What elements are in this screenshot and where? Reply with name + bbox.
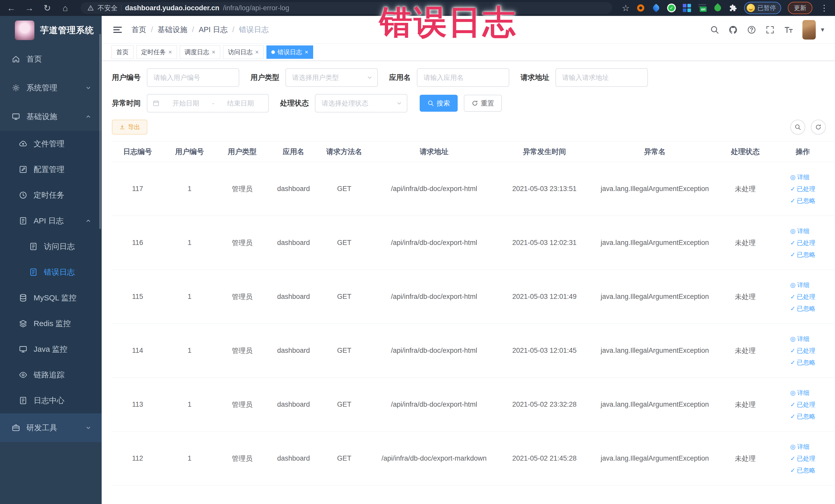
tab-access-log[interactable]: 访问日志 × xyxy=(223,45,264,59)
tab-schedule-log[interactable]: 调度日志 × xyxy=(180,45,220,59)
layers-icon xyxy=(19,319,27,328)
tab-error-log[interactable]: 错误日志 × xyxy=(266,45,313,59)
sidebar-item-dev-tools[interactable]: 研发工具 xyxy=(0,414,102,442)
browser-back-button[interactable]: ← xyxy=(6,3,17,13)
bookmark-star-icon[interactable]: ☆ xyxy=(622,3,630,13)
sidebar-item-system-management[interactable]: 系统管理 xyxy=(0,74,102,102)
user-type-label: 用户类型 xyxy=(250,73,279,82)
table-toolbar: 导出 xyxy=(112,120,830,135)
browser-reload-button[interactable]: ↻ xyxy=(42,3,53,13)
sidebar-item-error-log[interactable]: 错误日志 xyxy=(0,259,102,285)
address-bar[interactable]: 不安全 dashboard.yudao.iocoder.cn/infra/log… xyxy=(81,2,612,14)
table-row: 113 1 管理员 dashboard GET /api/infra/db-do… xyxy=(112,378,834,431)
app-logo-row[interactable]: 芋道管理系统 xyxy=(0,16,102,45)
search-icon xyxy=(427,100,434,106)
process-status-select[interactable] xyxy=(315,94,407,113)
close-icon[interactable]: × xyxy=(168,49,172,55)
error-log-table: 日志编号 用户编号 用户类型 应用名 请求方法名 请求地址 异常发生时间 异常名… xyxy=(112,141,834,485)
breadcrumb-item[interactable]: 首页 xyxy=(131,25,146,35)
user-avatar[interactable] xyxy=(802,20,816,40)
mark-processed-link[interactable]: ✓已处理 xyxy=(790,185,815,193)
extension-icon-green-check[interactable]: ✓ xyxy=(667,4,676,12)
sidebar-item-mysql-monitor[interactable]: MySQL 监控 xyxy=(0,285,102,311)
breadcrumb-item[interactable]: API 日志 xyxy=(199,25,228,35)
refresh-table-button[interactable] xyxy=(811,120,826,135)
toggle-search-button[interactable] xyxy=(790,120,805,135)
search-icon[interactable] xyxy=(710,25,719,35)
sidebar-item-api-log[interactable]: API 日志 xyxy=(0,208,102,234)
sidebar-item-config-management[interactable]: 配置管理 xyxy=(0,157,102,182)
sidebar-scrollbar[interactable] xyxy=(99,34,101,229)
table-row: 115 1 管理员 dashboard GET /api/infra/db-do… xyxy=(112,270,834,324)
breadcrumb-item[interactable]: 基础设施 xyxy=(158,25,187,35)
extension-icon-on-badge[interactable]: on xyxy=(698,4,707,12)
close-icon[interactable]: × xyxy=(212,49,216,55)
detail-link[interactable]: ◎详细 xyxy=(790,389,809,397)
font-size-icon[interactable] xyxy=(784,25,793,35)
browser-menu-icon[interactable]: ⋮ xyxy=(819,3,829,13)
tab-scheduled-tasks[interactable]: 定时任务 × xyxy=(136,45,177,59)
user-id-input[interactable] xyxy=(147,68,239,87)
export-button[interactable]: 导出 xyxy=(112,120,147,135)
user-type-select[interactable] xyxy=(285,68,378,87)
tab-home[interactable]: 首页 xyxy=(111,45,134,59)
page-content: 用户编号 用户类型 应用名 请求地址 xyxy=(102,61,835,504)
avatar-caret-icon[interactable]: ▾ xyxy=(821,26,824,34)
sidebar-item-file-management[interactable]: 文件管理 xyxy=(0,131,102,157)
detail-link[interactable]: ◎详细 xyxy=(790,281,809,289)
fullscreen-icon[interactable] xyxy=(766,25,775,35)
check-icon: ✓ xyxy=(790,197,795,204)
sidebar-item-tracing[interactable]: 链路追踪 xyxy=(0,362,102,388)
detail-link[interactable]: ◎详细 xyxy=(790,443,809,451)
close-icon[interactable]: × xyxy=(305,49,308,55)
table-row: 117 1 管理员 dashboard GET /api/infra/db-do… xyxy=(112,162,834,216)
extension-icon-leaf[interactable] xyxy=(713,4,722,12)
mark-processed-link[interactable]: ✓已处理 xyxy=(790,401,815,409)
sidebar-item-scheduled-tasks[interactable]: 定时任务 xyxy=(0,182,102,208)
sidebar-item-java-monitor[interactable]: Java 监控 xyxy=(0,336,102,362)
sidebar-item-home[interactable]: 首页 xyxy=(0,45,102,74)
calendar-icon xyxy=(152,100,160,107)
extension-icon-blue-shield[interactable] xyxy=(652,4,660,12)
detail-link[interactable]: ◎详细 xyxy=(790,227,809,235)
mark-ignored-link[interactable]: ✓已忽略 xyxy=(790,412,815,421)
mark-ignored-link[interactable]: ✓已忽略 xyxy=(790,466,815,475)
process-status-label: 处理状态 xyxy=(280,98,309,108)
mark-ignored-link[interactable]: ✓已忽略 xyxy=(790,304,815,313)
close-icon[interactable]: × xyxy=(255,49,259,55)
browser-profile-badge[interactable]: 已暂停 xyxy=(744,2,781,14)
help-icon[interactable] xyxy=(747,25,756,35)
search-button[interactable]: 搜索 xyxy=(420,95,458,112)
github-icon[interactable] xyxy=(729,25,738,35)
exception-time-range-picker[interactable]: 开始日期 - 结束日期 xyxy=(147,94,269,113)
clock-icon xyxy=(19,191,27,200)
mark-ignored-link[interactable]: ✓已忽略 xyxy=(790,197,815,205)
mark-processed-link[interactable]: ✓已处理 xyxy=(790,239,815,247)
extension-icon-grid[interactable] xyxy=(683,4,691,12)
browser-forward-button[interactable]: → xyxy=(24,3,35,13)
app-name-input[interactable] xyxy=(417,68,509,87)
detail-link[interactable]: ◎详细 xyxy=(790,173,809,181)
sidebar-item-access-log[interactable]: 访问日志 xyxy=(0,234,102,259)
extension-icon-orange[interactable] xyxy=(636,4,645,12)
browser-update-button[interactable]: 更新 xyxy=(788,2,812,14)
mark-ignored-link[interactable]: ✓已忽略 xyxy=(790,250,815,259)
check-icon: ✓ xyxy=(790,305,795,312)
status-badge: 未处理 xyxy=(719,346,772,355)
browser-home-button[interactable]: ⌂ xyxy=(60,3,71,13)
extensions-puzzle-icon[interactable] xyxy=(729,4,737,12)
sidebar-item-infrastructure[interactable]: 基础设施 xyxy=(0,102,102,131)
mark-processed-link[interactable]: ✓已处理 xyxy=(790,347,815,355)
mark-processed-link[interactable]: ✓已处理 xyxy=(790,455,815,463)
reset-button[interactable]: 重置 xyxy=(464,95,502,112)
search-icon xyxy=(794,124,801,130)
detail-link[interactable]: ◎详细 xyxy=(790,335,809,343)
eye-icon xyxy=(19,370,27,379)
mark-processed-link[interactable]: ✓已处理 xyxy=(790,293,815,301)
mark-ignored-link[interactable]: ✓已忽略 xyxy=(790,358,815,367)
sidebar-item-log-center[interactable]: 日志中心 xyxy=(0,388,102,414)
request-url-input[interactable] xyxy=(555,68,648,87)
status-badge: 未处理 xyxy=(719,292,772,301)
sidebar-item-redis-monitor[interactable]: Redis 监控 xyxy=(0,311,102,336)
sidebar-collapse-icon[interactable] xyxy=(113,25,123,35)
